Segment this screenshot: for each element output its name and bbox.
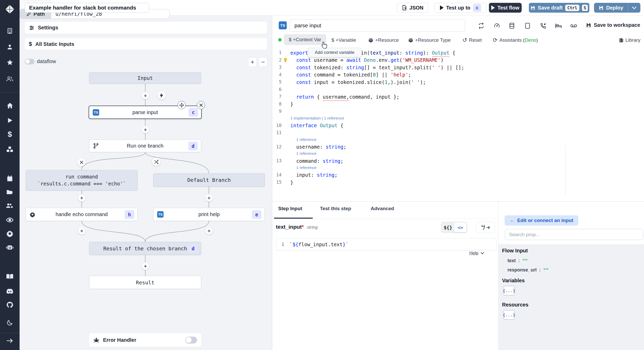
code-line: command: string; <box>290 157 343 165</box>
indent-guide <box>565 146 565 194</box>
edit-or-connect-label: Edit or connect an input <box>517 218 573 223</box>
discord-icon[interactable] <box>0 286 20 297</box>
json-button[interactable]: JSON <box>397 3 428 13</box>
flow-node-input[interactable]: Input <box>89 72 201 84</box>
deploy-options-button[interactable] <box>628 3 640 13</box>
prop-row-text[interactable]: text : "" <box>507 258 528 263</box>
insert-step-button[interactable]: + <box>78 194 86 202</box>
insert-step-button[interactable]: + <box>142 92 149 99</box>
node-label: Run one branch <box>127 143 163 149</box>
swap-branches-button[interactable] <box>152 158 160 166</box>
bug-icon <box>93 337 99 343</box>
flow-title-text: Example handler for slack bot commands <box>29 5 136 11</box>
user-icon[interactable] <box>0 42 20 52</box>
building-icon[interactable] <box>0 26 20 36</box>
lightbulb-icon[interactable] <box>283 57 288 63</box>
tab-advanced[interactable]: Advanced <box>371 206 394 211</box>
deploy-button[interactable]: Deploy <box>594 3 628 13</box>
home-icon[interactable] <box>0 100 20 111</box>
json-button-label: JSON <box>409 5 423 11</box>
users-icon[interactable] <box>0 74 20 84</box>
play-icon[interactable] <box>0 115 20 125</box>
line-number: 4 <box>272 71 282 79</box>
code-line: } <box>290 100 293 108</box>
moon-icon[interactable] <box>0 318 20 328</box>
insert-step-button[interactable]: + <box>142 262 149 270</box>
tab-test-this-step[interactable]: Test this step <box>320 206 351 211</box>
insert-step-button[interactable]: + <box>78 227 86 235</box>
test-up-to-button[interactable]: Test up to c <box>435 3 487 13</box>
star-icon[interactable] <box>0 57 20 67</box>
error-handler-label: Error Handler <box>103 337 136 343</box>
line-number: 5 <box>272 78 282 86</box>
branch-predicate: `results.c.command === 'echo'` <box>37 180 126 187</box>
flow-node-handle-echo-command[interactable]: handle echo command h <box>26 208 138 221</box>
code-editor[interactable]: 1export async function main(text_input: … <box>272 15 644 201</box>
save-draft-button[interactable]: Save draft CtrlS <box>529 3 589 13</box>
flow-node-branch-result[interactable]: Result of the chosen branch d <box>89 242 201 255</box>
flow-node-result[interactable]: Result <box>89 276 201 289</box>
dollar-icon[interactable]: $ <box>0 129 20 139</box>
code-line: username: string; <box>290 143 346 151</box>
code-mode-button[interactable]: <> <box>454 223 467 232</box>
move-icon <box>179 103 184 108</box>
edit-or-connect-button[interactable]: ← Edit or connect an input <box>505 215 578 226</box>
close-icon <box>199 103 203 107</box>
eye-icon[interactable] <box>0 215 20 225</box>
folder-open-icon[interactable] <box>0 187 20 197</box>
gear-icon[interactable] <box>0 228 20 239</box>
codelens[interactable]: 1 reference <box>296 136 316 143</box>
variables-object-chip[interactable]: {...} <box>503 286 515 295</box>
tooltip-text: Add context variable <box>315 50 354 55</box>
flow-node-print-help[interactable]: TS print help e <box>153 208 265 221</box>
connect-input-button[interactable] <box>476 222 495 233</box>
github-icon[interactable] <box>0 300 20 310</box>
book-open-icon[interactable] <box>0 271 20 282</box>
typescript-badge: TS <box>93 109 99 116</box>
insert-step-button[interactable]: + <box>205 227 213 235</box>
template-mode-button[interactable]: ${} <box>442 223 454 232</box>
help-link[interactable]: Help <box>469 251 484 256</box>
code-line: const tokenized: string[] = text_input?.… <box>290 64 464 71</box>
codelens[interactable]: 1 reference <box>296 150 316 157</box>
boxes-icon[interactable] <box>0 144 20 155</box>
input-mode-toggle: ${} <> <box>441 222 467 233</box>
kbd-ctrl: Ctrl <box>565 5 579 11</box>
line-number: 15 <box>272 178 282 186</box>
test-flow-button[interactable]: Test flow <box>489 3 522 13</box>
calendar-icon[interactable] <box>0 173 20 184</box>
prop-row-response-url[interactable]: response_url : "" <box>507 267 549 273</box>
insert-step-button[interactable]: + <box>205 194 213 202</box>
prop-picker-panel: ← Edit or connect an input Search prop..… <box>498 201 644 350</box>
error-handler-toggle[interactable] <box>185 337 197 344</box>
flow-node-run-one-branch[interactable]: Run one branch d <box>89 140 201 152</box>
insert-step-button[interactable]: + <box>142 126 149 133</box>
code-line: const input = tokenized.slice(1,).join('… <box>290 78 426 86</box>
codelens[interactable]: 1 implementation | 1 reference <box>290 115 344 121</box>
robot-icon[interactable] <box>0 242 20 253</box>
users-gear-icon[interactable] <box>0 201 20 211</box>
deploy-label: Deploy <box>606 5 623 11</box>
move-step-button[interactable] <box>177 101 186 109</box>
chevron-down-icon <box>632 6 637 9</box>
tab-step-input[interactable]: Step Input <box>278 206 302 211</box>
line-number: 11 <box>272 129 282 136</box>
arrow-right-icon <box>486 226 490 229</box>
windmill-logo-icon[interactable] <box>0 4 20 15</box>
flow-title-input[interactable]: Example handler for slack bot commands <box>25 3 149 13</box>
delete-branch-button[interactable] <box>77 158 86 166</box>
kbd-s: S <box>582 5 588 11</box>
node-label: Input <box>137 75 153 81</box>
codelens[interactable]: 1 reference <box>296 165 316 171</box>
search-prop-input[interactable]: Search prop... <box>505 229 643 240</box>
expression-editor[interactable]: 1 `${flow_input.text}` <box>276 238 497 250</box>
line-number: 13 <box>272 157 282 165</box>
delete-step-button[interactable] <box>197 101 205 109</box>
trigger-button[interactable] <box>157 91 166 100</box>
flow-node-run-command-branch[interactable]: run command `results.c.command === 'echo… <box>26 170 138 191</box>
flow-node-default-branch[interactable]: Default Branch <box>153 173 265 187</box>
resources-object-chip[interactable]: {...} <box>503 310 515 320</box>
arrow-right-icon[interactable] <box>0 336 20 346</box>
mouse-hand-cursor <box>321 41 328 49</box>
error-handler-bar: Error Handler <box>89 333 201 347</box>
